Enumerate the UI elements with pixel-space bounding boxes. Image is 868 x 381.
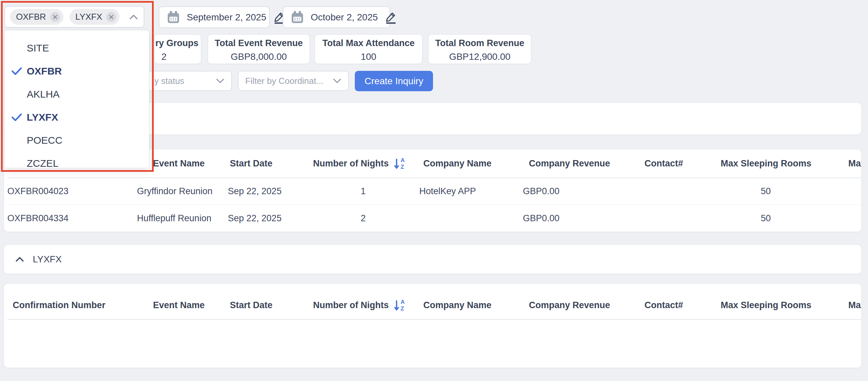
selected-tag-oxfbr[interactable]: OXFBR [10,9,63,25]
column-header[interactable]: Number of Nights A Z [313,298,413,313]
stat-value: GBP12,900.00 [449,52,510,62]
stat-value: 2 [155,52,167,62]
column-header[interactable]: Max Sleeping Rooms [714,300,817,311]
column-header[interactable]: Max [817,300,861,311]
column-header[interactable]: Contact# [637,158,714,169]
collapse-chevron-icon[interactable] [16,257,24,262]
group-header-lyxfx[interactable]: LYXFX [4,245,861,274]
filter-by-coordinator-select[interactable]: Filter by Coordinat... [238,71,349,91]
end-date-picker[interactable]: October 2, 2025 [283,6,390,28]
column-header[interactable]: Event Name [134,300,228,311]
option-poecc[interactable]: POECC [5,129,149,152]
cell-event: Hufflepuff Reunion [134,213,228,224]
svg-text:Z: Z [401,305,404,312]
svg-text:A: A [401,157,405,164]
table-row[interactable]: OXFBR004334 Hufflepuff Reunion Sep 22, 2… [7,205,861,232]
option-zczel[interactable]: ZCZEL [5,152,149,168]
option-aklha[interactable]: AKLHA [5,83,149,106]
stat-title: Total Max Attendance [322,38,414,49]
start-date-value: September 2, 2025 [187,12,266,23]
site-options-dropdown: SITE OXFBR AKLHA LYXFX POECC ZCZEL [4,30,149,168]
column-header[interactable]: Number of Nights A Z [313,156,413,171]
cell-max-sleeping: 50 [714,186,817,197]
cell-revenue: GBP0.00 [517,213,637,224]
column-header[interactable]: Max [817,158,861,169]
stat-card-event-revenue: Total Event Revenue GBP8,000.00 [208,34,310,64]
column-header[interactable]: Start Date [228,158,313,169]
edit-icon[interactable] [385,11,397,24]
stat-title: Total Room Revenue [435,38,525,49]
stat-title: ry Groups [155,38,198,49]
cell-company: HotelKey APP [413,186,517,197]
cell-event: Gryffindor Reunion [134,186,228,197]
table-header-row: Confirmation Number Event Name Start Dat… [7,291,861,320]
create-inquiry-button[interactable]: Create Inquiry [355,71,433,91]
stat-value: GBP8,000.00 [230,52,287,62]
stat-title: Total Event Revenue [215,38,303,49]
column-header[interactable]: Company Revenue [517,300,637,311]
chevron-down-icon [333,78,341,84]
cell-revenue: GBP0.00 [517,186,637,197]
cell-max-sleeping: 50 [714,213,817,224]
remove-tag-icon[interactable] [50,12,60,22]
cell-nights: 2 [313,213,413,224]
inquiry-table-lyxfx: Confirmation Number Event Name Start Dat… [4,284,861,368]
stat-card-inquiry-groups: ry Groups 2 [154,34,201,64]
sort-az-icon[interactable]: A Z [394,298,406,313]
filter-by-status-select[interactable]: y status [147,71,232,91]
filter-status-placeholder: y status [154,76,184,86]
site-multiselect[interactable]: OXFBR LYXFX [4,6,144,28]
checkmark-icon [11,113,27,122]
calendar-icon [291,11,303,24]
option-lyxfx[interactable]: LYXFX [5,106,149,129]
column-header[interactable]: Company Revenue [517,158,637,169]
remove-tag-icon[interactable] [106,12,116,22]
table-row[interactable]: OXFBR004023 Gryffindor Reunion Sep 22, 2… [7,178,861,205]
svg-text:Z: Z [401,164,404,170]
stat-card-room-revenue: Total Room Revenue GBP12,900.00 [428,34,531,64]
cell-start: Sep 22, 2025 [228,186,313,197]
stat-card-max-attendance: Total Max Attendance 100 [315,34,422,64]
tag-label: OXFBR [16,12,46,22]
option-oxfbr[interactable]: OXFBR [5,59,149,83]
column-header[interactable]: Confirmation Number [7,300,134,311]
option-site[interactable]: SITE [5,36,149,59]
start-date-picker[interactable]: September 2, 2025 [159,6,270,28]
inquiry-dashboard: September 2, 2025 October 2, 2025 [0,0,868,381]
column-header[interactable]: Start Date [228,300,313,311]
selected-tag-lyxfx[interactable]: LYXFX [69,9,120,25]
chevron-down-icon [216,78,224,84]
svg-text:A: A [401,299,405,305]
chevron-up-icon[interactable] [129,14,138,20]
tag-label: LYXFX [75,12,102,22]
group-label: LYXFX [33,254,62,265]
end-date-value: October 2, 2025 [311,12,378,23]
checkmark-icon [11,67,27,76]
stat-value: 100 [361,52,376,62]
cell-confirmation: OXFBR004023 [7,186,134,197]
cell-start: Sep 22, 2025 [228,213,313,224]
column-header[interactable]: Contact# [637,300,714,311]
sort-az-icon[interactable]: A Z [394,156,406,171]
column-header[interactable]: Max Sleeping Rooms [714,158,817,169]
calendar-icon [167,11,179,24]
cell-nights: 1 [313,186,413,197]
column-header[interactable]: Company Name [413,158,517,169]
cell-confirmation: OXFBR004334 [7,213,134,224]
filter-coordinator-placeholder: Filter by Coordinat... [245,76,323,86]
column-header[interactable]: Company Name [413,300,517,311]
